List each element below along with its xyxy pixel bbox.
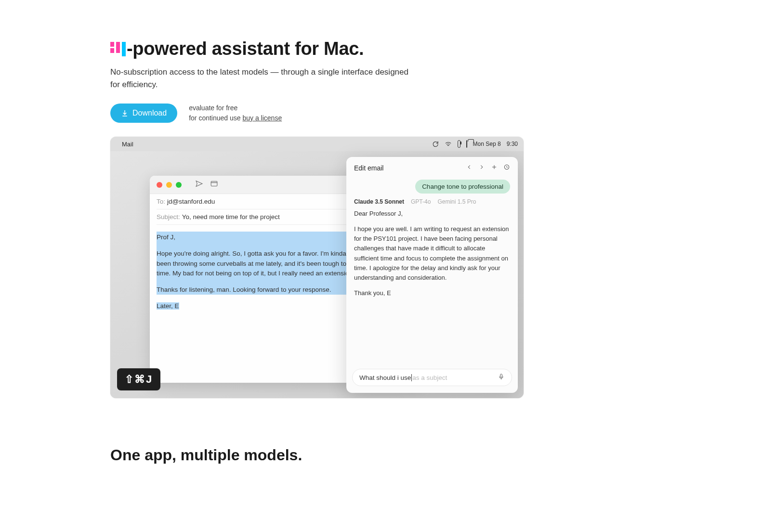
subject-label: Subject: xyxy=(157,213,180,221)
input-ghost: as a subject xyxy=(412,374,447,381)
maximize-button[interactable] xyxy=(176,182,182,188)
wifi-icon[interactable] xyxy=(445,141,452,148)
svg-rect-3 xyxy=(122,42,126,56)
close-button[interactable] xyxy=(157,182,162,188)
hero-subtitle: No-subscription access to the latest mod… xyxy=(110,66,419,91)
assistant-panel: Edit email Change tone to professional C… xyxy=(346,157,518,393)
eval-line2-prefix: for continued use xyxy=(189,114,242,122)
control-center-icon[interactable] xyxy=(466,141,467,147)
history-icon[interactable] xyxy=(503,164,510,172)
menubar-app[interactable]: Mail xyxy=(122,141,133,148)
assistant-title: Edit email xyxy=(354,164,383,172)
menubar-time[interactable]: 9:30 xyxy=(507,141,518,147)
hero-title-text: -powered assistant for Mac. xyxy=(127,39,364,59)
to-value: jd@stanford.edu xyxy=(167,198,215,205)
model-tab-gpt4o[interactable]: GPT-4o xyxy=(411,198,431,205)
model-tab-gemini[interactable]: Gemini 1.5 Pro xyxy=(437,198,476,205)
minimize-button[interactable] xyxy=(166,182,172,188)
assistant-input[interactable]: What should i use as a subject xyxy=(352,369,512,386)
input-typed: What should i use xyxy=(359,374,411,381)
subject-value: Yo, need more time for the project xyxy=(182,213,280,221)
section-2-title: One app, multiple models. xyxy=(110,446,530,464)
header-fields-icon[interactable] xyxy=(210,180,218,190)
mic-icon[interactable] xyxy=(498,373,505,382)
mail-body-p4: Later, E xyxy=(157,302,179,310)
model-tab-claude[interactable]: Claude 3.5 Sonnet xyxy=(354,198,404,205)
back-icon[interactable] xyxy=(466,164,473,172)
mac-window: Mail Mon Sep 8 9:30 xyxy=(110,137,524,398)
svg-rect-4 xyxy=(211,182,217,186)
to-label: To: xyxy=(157,198,165,205)
model-tabs: Claude 3.5 Sonnet GPT-4o Gemini 1.5 Pro xyxy=(346,198,518,209)
hero-title: -powered assistant for Mac. xyxy=(110,39,530,59)
chat-bubble-icon[interactable] xyxy=(432,141,439,148)
svg-rect-2 xyxy=(116,42,120,53)
menubar-date[interactable]: Mon Sep 8 xyxy=(473,141,501,147)
assistant-reply: Dear Professor J, I hope you are well. I… xyxy=(346,209,518,364)
battery-icon[interactable] xyxy=(458,141,460,147)
buy-license-link[interactable]: buy a license xyxy=(242,114,282,122)
svg-rect-6 xyxy=(500,374,502,377)
shortcut-keys: ⇧⌘J xyxy=(125,373,153,386)
download-label: Download xyxy=(132,109,167,117)
shortcut-badge: ⇧⌘J xyxy=(117,368,160,390)
menubar: Mail Mon Sep 8 9:30 xyxy=(110,137,524,151)
eval-text: evaluate for free for continued use buy … xyxy=(189,103,282,123)
forward-icon[interactable] xyxy=(478,164,485,172)
download-button[interactable]: Download xyxy=(110,104,177,123)
reply-p3: Thank you, E xyxy=(354,288,510,298)
text-cursor xyxy=(411,374,412,381)
user-message: Change tone to professional xyxy=(415,180,510,194)
svg-rect-1 xyxy=(110,48,114,53)
logo-icon xyxy=(110,42,126,56)
download-icon xyxy=(121,109,129,117)
reply-p2: I hope you are well. I am writing to req… xyxy=(354,224,510,283)
eval-line1: evaluate for free xyxy=(189,103,282,113)
svg-rect-0 xyxy=(110,42,114,47)
new-icon[interactable] xyxy=(491,164,498,172)
send-icon[interactable] xyxy=(195,180,203,190)
reply-p1: Dear Professor J, xyxy=(354,209,510,219)
